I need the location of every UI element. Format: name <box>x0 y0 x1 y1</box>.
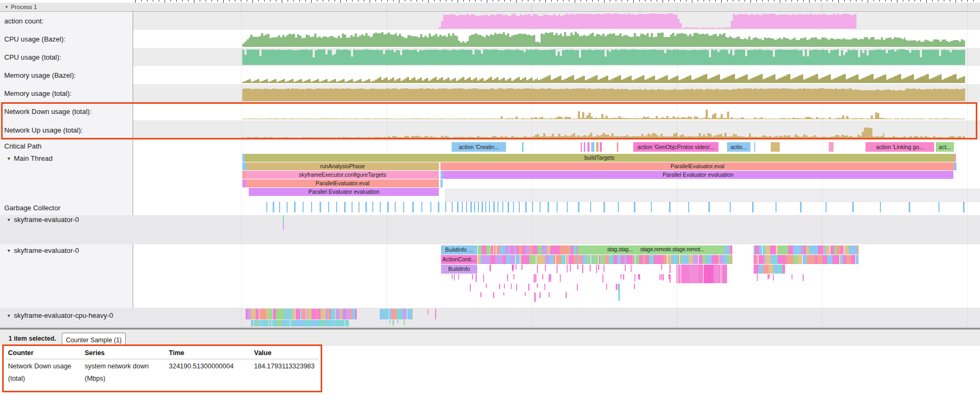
gc-tick[interactable] <box>730 202 731 212</box>
trace-slice[interactable] <box>798 255 802 264</box>
trace-slice[interactable] <box>506 255 510 264</box>
trace-slice[interactable] <box>268 309 272 319</box>
trace-slice[interactable] <box>720 255 723 264</box>
trace-slice[interactable] <box>281 309 285 319</box>
gc-tick[interactable] <box>470 202 472 212</box>
trace-slice[interactable] <box>830 245 834 254</box>
trace-slice[interactable] <box>307 309 312 319</box>
counter-chart-cpu-usage-total-[interactable] <box>133 49 980 65</box>
tab-counter-sample[interactable]: Counter Sample (1) <box>62 333 126 347</box>
trace-slice[interactable] <box>540 292 541 298</box>
trace-slice[interactable] <box>407 309 412 319</box>
gc-tick[interactable] <box>279 202 280 212</box>
trace-slice[interactable] <box>263 320 268 326</box>
trace-slice[interactable] <box>771 255 774 264</box>
gc-tick[interactable] <box>852 202 854 212</box>
trace-slice[interactable] <box>295 320 299 326</box>
trace-slice[interactable] <box>809 245 813 254</box>
gc-tick[interactable] <box>273 202 274 212</box>
trace-slice[interactable] <box>778 245 783 254</box>
gc-tick[interactable] <box>540 202 541 212</box>
trace-slice[interactable] <box>618 284 620 301</box>
trace-slice[interactable] <box>507 245 511 254</box>
trace-slice[interactable] <box>704 265 708 283</box>
main-thread-slice[interactable] <box>954 162 957 170</box>
trace-slice[interactable] <box>598 265 599 270</box>
trace-slice[interactable] <box>470 284 471 291</box>
trace-slice[interactable] <box>549 292 550 297</box>
trace-slice[interactable] <box>731 255 732 264</box>
trace-slice[interactable] <box>560 245 565 254</box>
gc-tick[interactable] <box>532 202 533 212</box>
trace-slice[interactable] <box>251 309 256 319</box>
main-thread-slice[interactable]: buildTargets <box>244 154 954 162</box>
trace-slice[interactable] <box>494 245 496 254</box>
trace-slice[interactable] <box>478 245 481 254</box>
trace-slice[interactable] <box>553 255 556 264</box>
trace-slice[interactable] <box>681 265 685 283</box>
main-thread-slice[interactable] <box>242 171 246 179</box>
trace-slice[interactable] <box>495 255 501 264</box>
trace-slice[interactable] <box>499 284 500 289</box>
critical-path-slice[interactable]: action 'Linking go... <box>865 142 934 152</box>
trace-slice[interactable] <box>756 255 758 264</box>
trace-slice[interactable] <box>305 320 308 326</box>
trace-slice[interactable] <box>818 245 823 254</box>
gc-tick[interactable] <box>303 202 304 212</box>
gc-tick[interactable] <box>478 202 479 212</box>
trace-slice[interactable] <box>483 274 484 282</box>
critical-path-slice[interactable] <box>584 142 585 152</box>
trace-slice[interactable] <box>596 265 597 273</box>
trace-slice[interactable] <box>283 216 284 223</box>
trace-slice[interactable] <box>346 309 350 319</box>
trace-slice[interactable] <box>724 245 729 254</box>
trace-slice[interactable] <box>769 274 770 278</box>
trace-slice[interactable]: ActionConti... <box>441 255 477 264</box>
trace-slice[interactable] <box>625 265 626 271</box>
trace-slice[interactable] <box>590 265 591 271</box>
trace-slice[interactable] <box>818 255 822 264</box>
counter-chart-action-count[interactable] <box>133 13 980 29</box>
trace-slice[interactable] <box>544 284 545 290</box>
trace-slice[interactable] <box>328 320 331 326</box>
trace-slice[interactable] <box>703 255 706 264</box>
track-label-skyframe-evaluator-0[interactable]: ▾skyframe-evaluator-0 <box>4 244 79 257</box>
gc-tick[interactable] <box>618 202 619 212</box>
trace-slice[interactable] <box>605 255 609 264</box>
trace-slice[interactable] <box>699 255 703 264</box>
trace-slice[interactable] <box>318 320 323 326</box>
trace-slice[interactable] <box>689 255 693 264</box>
trace-slice[interactable] <box>565 245 569 254</box>
trace-slice[interactable] <box>807 255 811 264</box>
trace-slice[interactable] <box>661 265 662 270</box>
critical-path-slice[interactable] <box>587 142 590 152</box>
gc-tick[interactable] <box>963 202 965 212</box>
trace-slice[interactable] <box>412 309 413 319</box>
trace-slice[interactable] <box>649 255 654 264</box>
gc-tick[interactable] <box>489 202 490 212</box>
gc-tick[interactable] <box>909 202 910 212</box>
trace-slice[interactable] <box>452 274 453 279</box>
trace-slice[interactable] <box>397 320 398 323</box>
trace-slice[interactable] <box>769 265 773 274</box>
gc-tick[interactable] <box>800 202 802 212</box>
gc-tick[interactable] <box>826 202 827 212</box>
gc-tick[interactable] <box>578 202 579 212</box>
gc-tick[interactable] <box>502 202 503 212</box>
gc-tick[interactable] <box>352 202 353 212</box>
main-thread-slice[interactable] <box>440 179 443 187</box>
gc-tick[interactable] <box>557 202 558 212</box>
trace-slice[interactable] <box>292 309 295 319</box>
trace-slice[interactable] <box>757 274 758 281</box>
trace-slice[interactable] <box>542 274 543 279</box>
trace-slice[interactable] <box>781 255 786 264</box>
expand-arrow-icon[interactable]: ▾ <box>7 217 10 223</box>
trace-slice[interactable] <box>522 255 527 264</box>
trace-slice[interactable] <box>336 309 340 319</box>
trace-slice[interactable] <box>620 274 622 279</box>
trace-slice[interactable] <box>534 293 536 302</box>
trace-slice[interactable] <box>570 265 571 271</box>
trace-slice[interactable] <box>428 309 429 315</box>
trace-slice[interactable] <box>549 255 553 264</box>
trace-slice[interactable] <box>657 255 661 264</box>
